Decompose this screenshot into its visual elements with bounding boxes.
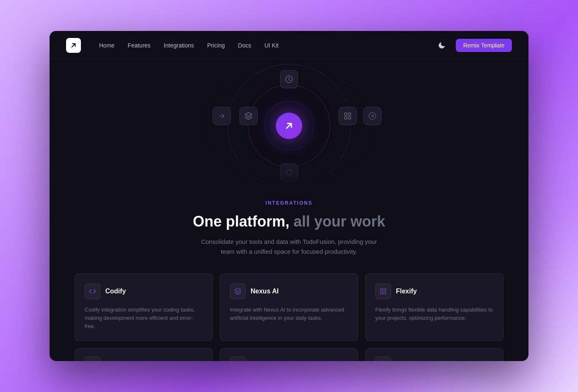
theme-toggle[interactable]	[434, 38, 449, 53]
card-header-nexus: Nexus AI	[230, 283, 348, 299]
section-label: INTEGRATIONS	[74, 200, 504, 206]
svg-rect-7	[384, 292, 386, 294]
nav-features[interactable]: Features	[123, 40, 155, 51]
cards-grid: Codify Codify integration simplifies you…	[74, 273, 504, 341]
card-startify[interactable]: Startify	[365, 348, 504, 361]
agentify-icon	[85, 357, 100, 361]
svg-rect-0	[345, 113, 347, 116]
svg-rect-1	[348, 113, 351, 116]
card-agentify[interactable]: Agentify	[74, 348, 213, 361]
card-header-flexify: Flexify	[375, 283, 493, 299]
center-logo	[276, 113, 302, 139]
nexus-name: Nexus AI	[251, 288, 279, 295]
svg-rect-2	[345, 117, 347, 119]
orbit-icon-top	[280, 70, 298, 88]
card-nexus-ai[interactable]: Nexus AI Integrate with Nexus AI to inco…	[220, 273, 358, 341]
card-codify[interactable]: Codify Codify integration simplifies you…	[74, 273, 213, 341]
card-landify[interactable]: Landify	[220, 348, 358, 361]
hero-section	[50, 60, 528, 192]
title-start: One platform,	[193, 213, 289, 230]
orbit-icon-right2	[363, 107, 381, 125]
nav-docs[interactable]: Docs	[233, 40, 256, 51]
orbit-icon-left1	[239, 107, 258, 125]
flexify-icon	[375, 283, 391, 299]
nexus-icon	[230, 283, 246, 299]
landify-name: Landify	[251, 361, 272, 361]
browser-window: Home Features Integrations Pricing Docs …	[50, 31, 528, 361]
svg-rect-3	[348, 117, 351, 119]
flexify-desc: Flexify brings flexible data handling ca…	[375, 306, 493, 322]
svg-rect-4	[380, 288, 382, 290]
nav-links: Home Features Integrations Pricing Docs …	[94, 40, 434, 51]
svg-rect-5	[384, 288, 386, 290]
flexify-name: Flexify	[396, 288, 417, 295]
codify-name: Codify	[105, 288, 126, 295]
startify-name: Startify	[396, 361, 417, 361]
orbit-icon-bottom	[280, 163, 298, 182]
nav-right: Remix Template	[434, 38, 512, 53]
main-content: INTEGRATIONS One platform, all your work…	[50, 60, 528, 361]
title-highlight: all your work	[289, 213, 385, 230]
nav-pricing[interactable]: Pricing	[202, 40, 230, 51]
nexus-desc: Integrate with Nexus AI to incorporate a…	[230, 306, 348, 322]
section-description: Consolidate your tools and data with Tod…	[194, 237, 384, 257]
svg-rect-6	[380, 292, 382, 294]
section-title: One platform, all your work	[74, 213, 504, 230]
nav-home[interactable]: Home	[94, 40, 119, 51]
remix-template-button[interactable]: Remix Template	[456, 39, 512, 52]
card-header-codify: Codify	[85, 283, 203, 299]
orbit-icon-right1	[339, 107, 357, 125]
codify-icon	[85, 283, 100, 299]
codify-desc: Codify integration simplifies your codin…	[85, 306, 203, 331]
nav-ui-kit[interactable]: UI Kit	[259, 40, 283, 51]
startify-icon	[375, 357, 391, 361]
card-flexify[interactable]: Flexify Flexify brings flexible data han…	[365, 273, 504, 341]
orbit-icon-left2	[213, 107, 231, 125]
agentify-name: Agentify	[105, 361, 130, 361]
navbar: Home Features Integrations Pricing Docs …	[50, 31, 528, 60]
integrations-section: INTEGRATIONS One platform, all your work…	[50, 192, 528, 361]
landify-icon	[230, 357, 246, 361]
logo[interactable]	[66, 38, 81, 53]
nav-integrations[interactable]: Integrations	[159, 40, 199, 51]
orbit-container	[186, 64, 392, 188]
bottom-grid: Agentify Landify	[74, 348, 504, 361]
